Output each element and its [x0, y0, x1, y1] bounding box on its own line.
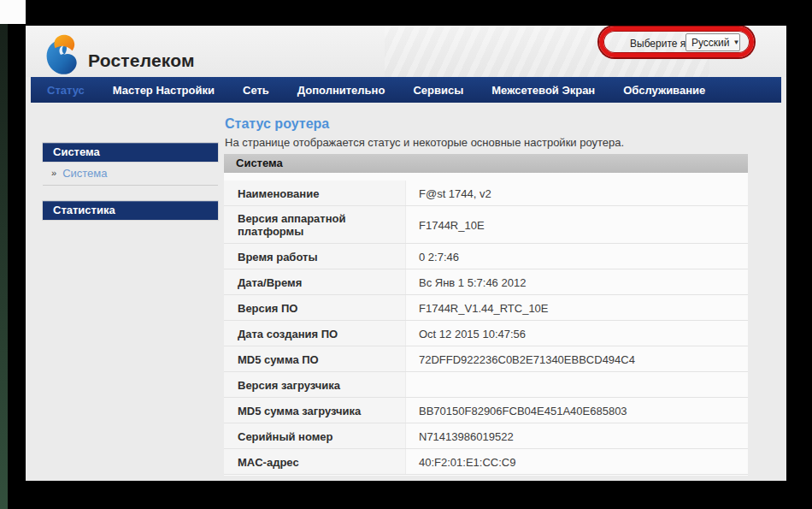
row-label: Наименование	[224, 181, 406, 205]
chevron-right-icon: »	[51, 168, 56, 178]
main-nav: Статус Мастер Настройки Сеть Дополнитель…	[31, 77, 781, 103]
nav-item-network[interactable]: Сеть	[243, 84, 269, 97]
row-label: Время работы	[224, 244, 406, 269]
sidebar-link-label: Система	[62, 167, 107, 180]
row-value: F1744R_10E	[406, 206, 748, 243]
row-value: 0 2:7:46	[406, 244, 748, 269]
row-label: Дата/Время	[224, 269, 406, 294]
table-row: Версия аппаратной платформы F1744R_10E	[224, 206, 748, 244]
row-value	[406, 372, 748, 397]
row-label: MAC-адрес	[224, 449, 406, 474]
header-texture	[385, 26, 709, 77]
page-title: Статус роутера	[225, 116, 329, 132]
sidebar-divider	[43, 185, 218, 186]
nav-item-maintenance[interactable]: Обслуживание	[623, 84, 705, 97]
nav-item-setup-wizard[interactable]: Мастер Настройки	[113, 84, 215, 97]
table-row: MAC-адрес 40:F2:01:E1:CC:C9	[224, 449, 748, 475]
table-row: Дата/Время Вс Янв 1 5:7:46 2012	[224, 269, 748, 295]
table-row: Версия загрузчика	[224, 372, 748, 398]
language-select[interactable]: Русский ▼	[685, 33, 740, 51]
row-label: Версия загрузчика	[224, 372, 406, 397]
row-value: BB70150F82906FCB04E451A40E685803	[406, 398, 748, 423]
row-value: N71413986019522	[406, 423, 748, 448]
row-value: F@st 1744, v2	[406, 181, 748, 205]
nav-item-status[interactable]: Статус	[47, 84, 85, 97]
table-row: Наименование F@st 1744, v2	[224, 181, 748, 206]
table-row: Дата создания ПО Oct 12 2015 10:47:56	[224, 321, 748, 346]
row-value: Вс Янв 1 5:7:46 2012	[406, 269, 748, 294]
table-row: Время работы 0 2:7:46	[224, 244, 748, 269]
row-value: 72DFFD922236C0B2E71340EBBCD494C4	[406, 346, 748, 371]
row-value: F1744R_V1.44_RTC_10E	[406, 295, 748, 320]
panel-header-system: Система	[224, 154, 748, 173]
page-subtitle: На странице отображается статус и некото…	[225, 136, 624, 149]
site-header: Ростелеком Выберите язык: Русский ▼	[26, 26, 786, 77]
screenshot-frame: Ростелеком Выберите язык: Русский ▼ Стат…	[0, 0, 812, 509]
window-corner	[0, 0, 26, 24]
nav-item-firewall[interactable]: Межсетевой Экран	[491, 84, 595, 97]
row-label: Серийный номер	[224, 423, 406, 448]
sidebar-section-header-statistics[interactable]: Статистика	[43, 201, 218, 220]
dropdown-arrow-icon: ▼	[733, 38, 740, 46]
rostelecom-logo-text: Ростелеком	[88, 50, 195, 71]
table-row: Серийный номер N71413986019522	[224, 423, 748, 449]
nav-item-services[interactable]: Сервисы	[413, 84, 463, 97]
table-row: Версия ПО F1744R_V1.44_RTC_10E	[224, 295, 748, 321]
row-label: MD5 сумма загрузчика	[224, 398, 406, 423]
table-row: MD5 сумма ПО 72DFFD922236C0B2E71340EBBCD…	[224, 346, 748, 372]
rostelecom-logo[interactable]: Ростелеком	[43, 29, 195, 77]
row-value: Oct 12 2015 10:47:56	[406, 321, 748, 346]
rostelecom-logo-icon	[43, 33, 82, 77]
row-label: Версия ПО	[224, 295, 406, 320]
row-label: MD5 сумма ПО	[224, 346, 406, 371]
row-label: Дата создания ПО	[224, 321, 406, 346]
row-label: Версия аппаратной платформы	[224, 206, 406, 243]
system-info-table: Наименование F@st 1744, v2 Версия аппара…	[224, 173, 748, 476]
desktop-edge-strip	[0, 22, 8, 509]
browser-viewport: Ростелеком Выберите язык: Русский ▼ Стат…	[26, 26, 786, 481]
sidebar-link-system[interactable]: » Система	[43, 164, 218, 181]
sidebar-section-header-system[interactable]: Система	[43, 143, 218, 162]
table-row: MD5 сумма загрузчика BB70150F82906FCB04E…	[224, 398, 748, 423]
row-value: 40:F2:01:E1:CC:C9	[406, 449, 748, 474]
language-select-value: Русский	[691, 37, 730, 49]
nav-item-advanced[interactable]: Дополнительно	[297, 84, 385, 97]
